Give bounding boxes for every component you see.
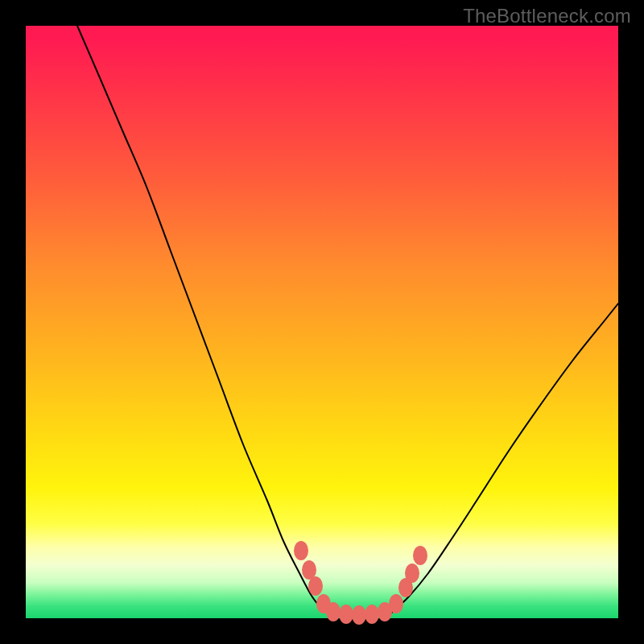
curve-marker: [389, 594, 403, 613]
curve-marker: [294, 541, 308, 560]
outer-frame: TheBottleneck.com: [0, 0, 644, 644]
curve-marker: [413, 546, 427, 565]
curve-marker: [326, 602, 341, 621]
curve-marker: [352, 605, 366, 625]
curve-marker: [339, 605, 353, 624]
curve-layer: [26, 26, 618, 618]
curve-marker: [365, 605, 379, 624]
v-curve: [77, 26, 618, 615]
marker-group: [294, 541, 427, 625]
plot-area: [26, 26, 618, 618]
curve-marker: [308, 576, 323, 596]
curve-marker: [405, 564, 419, 583]
watermark-text: TheBottleneck.com: [463, 5, 631, 27]
